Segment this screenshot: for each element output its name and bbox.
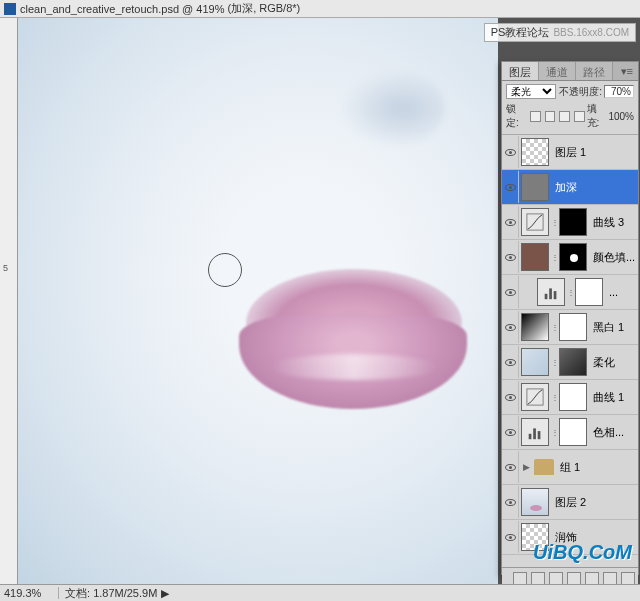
mask-thumb[interactable] (559, 348, 587, 376)
layer-name[interactable]: 颜色填... (593, 250, 635, 265)
layer-thumb[interactable] (521, 488, 549, 516)
mask-thumb[interactable] (559, 418, 587, 446)
visibility-toggle[interactable] (503, 171, 519, 203)
eye-icon (505, 499, 516, 506)
mask-thumb[interactable] (559, 208, 587, 236)
lock-pixels-icon[interactable] (545, 111, 556, 122)
lips (234, 256, 474, 426)
eye-icon (505, 394, 516, 401)
group-arrow-icon[interactable]: ▶ (523, 462, 530, 472)
svg-rect-2 (549, 288, 552, 299)
visibility-toggle[interactable] (503, 486, 519, 518)
nostril-shadow (340, 69, 446, 148)
layer-row[interactable]: 加深 (502, 170, 638, 205)
link-icon: ⋮ (551, 323, 557, 332)
tab-paths[interactable]: 路径 (576, 62, 613, 80)
mask-thumb[interactable] (559, 313, 587, 341)
panel-menu-icon[interactable]: ▾≡ (616, 62, 638, 80)
workspace: 5 PS教程论坛 BBS.16xx8.COM 图层 通道 路径 ▾≡ 柔光 不透… (0, 18, 640, 584)
vertical-ruler[interactable]: 5 (0, 18, 18, 584)
document-mode: (加深, RGB/8*) (228, 1, 301, 16)
layer-name[interactable]: ... (609, 286, 618, 298)
layer-name[interactable]: 色相... (593, 425, 624, 440)
layer-row[interactable]: ⋮柔化 (502, 345, 638, 380)
lock-label: 锁定: (506, 102, 528, 130)
link-icon: ⋮ (551, 393, 557, 402)
layer-row[interactable]: ⋮曲线 3 (502, 205, 638, 240)
panel-controls: 柔光 不透明度: 70% 锁定: 填充: 100% (502, 81, 638, 135)
fill-thumb[interactable] (521, 243, 549, 271)
mask-thumb[interactable] (559, 243, 587, 271)
tab-layers[interactable]: 图层 (502, 62, 539, 80)
layer-row[interactable]: ⋮黑白 1 (502, 310, 638, 345)
visibility-toggle[interactable] (503, 416, 519, 448)
eye-icon (505, 429, 516, 436)
svg-rect-1 (545, 294, 548, 299)
face-image (18, 18, 498, 584)
visibility-toggle[interactable] (503, 276, 519, 308)
layer-row[interactable]: ⋮... (502, 275, 638, 310)
link-icon: ⋮ (551, 358, 557, 367)
visibility-toggle[interactable] (503, 311, 519, 343)
layer-row[interactable]: ⋮颜色填... (502, 240, 638, 275)
visibility-toggle[interactable] (503, 241, 519, 273)
curves-adj-thumb[interactable] (521, 208, 549, 236)
status-zoom[interactable]: 419.3% (4, 587, 59, 599)
visibility-toggle[interactable] (503, 451, 519, 483)
eye-icon (505, 254, 516, 261)
link-icon: ⋮ (567, 288, 573, 297)
doc-size-value: 1.87M/25.9M (93, 587, 157, 599)
layer-name[interactable]: 柔化 (593, 355, 615, 370)
mask-thumb[interactable] (559, 383, 587, 411)
fill-value[interactable]: 100% (608, 111, 634, 122)
curves-adj-thumb[interactable] (521, 383, 549, 411)
eye-icon (505, 219, 516, 226)
forum-url: BBS.16xx8.COM (553, 27, 629, 38)
layer-row[interactable]: ▶组 1 (502, 450, 638, 485)
visibility-toggle[interactable] (503, 136, 519, 168)
forum-text: PS教程论坛 (491, 25, 550, 40)
ruler-mark: 5 (3, 263, 8, 273)
layer-name[interactable]: 曲线 3 (593, 215, 624, 230)
visibility-toggle[interactable] (503, 206, 519, 238)
layer-row[interactable]: ⋮曲线 1 (502, 380, 638, 415)
visibility-toggle[interactable] (503, 521, 519, 553)
visibility-toggle[interactable] (503, 381, 519, 413)
eye-icon (505, 289, 516, 296)
layer-name[interactable]: 组 1 (560, 460, 580, 475)
layer-row[interactable]: ⋮色相... (502, 415, 638, 450)
layer-thumb[interactable] (521, 138, 549, 166)
layer-thumb[interactable] (521, 348, 549, 376)
logo-watermark: UiBQ.CoM (533, 541, 632, 564)
lock-position-icon[interactable] (559, 111, 570, 122)
status-arrow-icon[interactable]: ▶ (161, 587, 169, 600)
opacity-value[interactable]: 70% (604, 85, 634, 98)
lock-transparency-icon[interactable] (530, 111, 541, 122)
document-filename: clean_and_creative_retouch.psd (20, 3, 179, 15)
layers-list[interactable]: 图层 1加深⋮曲线 3⋮颜色填...⋮...⋮黑白 1⋮柔化⋮曲线 1⋮色相..… (502, 135, 638, 567)
fill-label: 填充: (587, 102, 609, 130)
levels-adj-thumb[interactable] (521, 418, 549, 446)
lock-all-icon[interactable] (574, 111, 585, 122)
layer-name[interactable]: 黑白 1 (593, 320, 624, 335)
lip-highlight (270, 354, 438, 379)
eye-icon (505, 184, 516, 191)
layer-row[interactable]: 图层 1 (502, 135, 638, 170)
levels-adj-thumb[interactable] (537, 278, 565, 306)
layer-row[interactable]: 图层 2 (502, 485, 638, 520)
status-bar: 419.3% 文档: 1.87M/25.9M ▶ (0, 584, 640, 601)
link-icon: ⋮ (551, 253, 557, 262)
bw-adj-thumb[interactable] (521, 313, 549, 341)
folder-icon[interactable] (534, 459, 554, 475)
mask-thumb[interactable] (575, 278, 603, 306)
canvas[interactable] (18, 18, 498, 584)
doc-size-label: 文档: (65, 587, 90, 599)
layer-name[interactable]: 加深 (555, 180, 577, 195)
blend-mode-select[interactable]: 柔光 (506, 84, 556, 99)
layer-thumb[interactable] (521, 173, 549, 201)
visibility-toggle[interactable] (503, 346, 519, 378)
tab-channels[interactable]: 通道 (539, 62, 576, 80)
layer-name[interactable]: 图层 1 (555, 145, 586, 160)
layer-name[interactable]: 图层 2 (555, 495, 586, 510)
layer-name[interactable]: 曲线 1 (593, 390, 624, 405)
